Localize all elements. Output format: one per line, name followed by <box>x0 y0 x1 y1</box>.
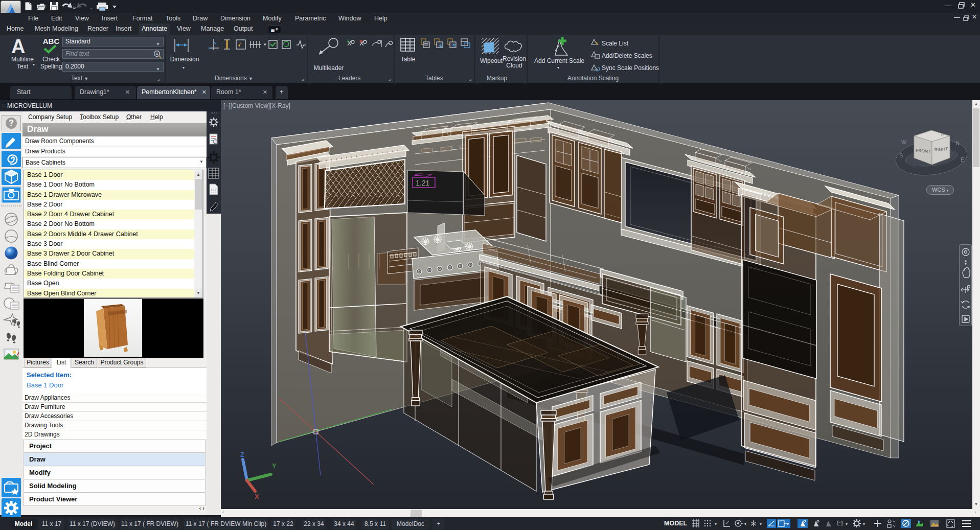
svg-text:W: W <box>901 139 907 145</box>
svg-text:▾: ▾ <box>846 522 848 526</box>
svg-text:E: E <box>961 156 964 163</box>
svg-text:▾: ▾ <box>863 522 865 526</box>
svg-text:RIGHT: RIGHT <box>934 146 948 152</box>
svg-text:Y: Y <box>272 462 277 470</box>
svg-text:S: S <box>899 152 903 158</box>
svg-text:▾: ▾ <box>264 42 266 47</box>
svg-text:▾: ▾ <box>744 522 746 526</box>
svg-text:▾: ▾ <box>787 522 789 526</box>
svg-text:A: A <box>155 52 158 56</box>
svg-text:X: X <box>255 493 259 500</box>
svg-text:▾: ▾ <box>760 522 762 526</box>
svg-text:1.21: 1.21 <box>416 179 429 187</box>
svg-text:Z: Z <box>240 451 244 458</box>
svg-text:1:1: 1:1 <box>836 521 844 526</box>
svg-text:N: N <box>955 140 960 146</box>
svg-text:✕: ✕ <box>359 39 363 44</box>
svg-text:▾: ▾ <box>715 522 717 526</box>
svg-text:+: + <box>347 39 350 44</box>
